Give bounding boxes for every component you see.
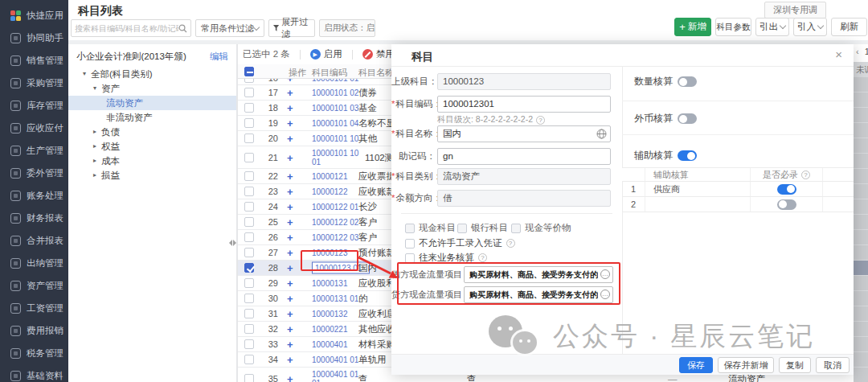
- sidebar-item-14[interactable]: 工资管理: [0, 297, 68, 319]
- add-child-icon[interactable]: +: [287, 201, 293, 213]
- tree-item-7[interactable]: ▸成本: [68, 154, 236, 168]
- row-checkbox[interactable]: [244, 339, 254, 349]
- add-child-icon[interactable]: +: [287, 170, 293, 183]
- tree-item-1[interactable]: ▾全部(科目类别): [68, 67, 236, 81]
- account-code-link[interactable]: 10000101 02: [312, 88, 365, 97]
- panel-splitter-handle[interactable]: [229, 240, 236, 246]
- auxiliary-toggle[interactable]: [678, 150, 697, 161]
- collapsed-arrow-icon[interactable]: ▸: [93, 154, 96, 168]
- account-code-link[interactable]: 10000101 10: [312, 134, 365, 143]
- account-code-link[interactable]: 10000122: [312, 187, 365, 196]
- sidebar-item-15[interactable]: 费用报销: [0, 319, 68, 342]
- add-child-icon[interactable]: +: [287, 151, 293, 163]
- row-checkbox[interactable]: [244, 202, 254, 212]
- edit-link[interactable]: 编辑: [210, 51, 228, 63]
- subject-params-button[interactable]: 科目参数: [715, 18, 751, 36]
- checkbox-icon[interactable]: [405, 224, 415, 233]
- sidebar-item-9[interactable]: 账务处理: [0, 184, 68, 207]
- debit-cashflow-field[interactable]: 购买原材料、商品、接受劳务支付的现金 …: [464, 266, 613, 283]
- help-icon[interactable]: ?: [536, 116, 545, 125]
- row-checkbox[interactable]: [244, 153, 254, 162]
- mnemonic-code-field[interactable]: gn: [437, 148, 611, 165]
- add-child-icon[interactable]: +: [287, 308, 293, 320]
- add-child-icon[interactable]: +: [287, 247, 293, 259]
- refresh-button[interactable]: 刷新: [831, 18, 867, 36]
- tree-item-5[interactable]: ▸负债: [68, 125, 236, 139]
- expanded-arrow-icon[interactable]: ▾: [83, 67, 86, 81]
- collapsed-arrow-icon[interactable]: ▸: [93, 125, 96, 139]
- add-child-icon[interactable]: +: [287, 133, 293, 145]
- account-code-link[interactable]: 10000132: [312, 310, 365, 318]
- sidebar-item-13[interactable]: 资产管理: [0, 274, 68, 297]
- row-checkbox[interactable]: [244, 278, 254, 288]
- account-code-field[interactable]: 1000012301: [437, 96, 611, 113]
- row-checkbox[interactable]: [244, 294, 254, 303]
- checkbox-icon[interactable]: [511, 224, 521, 233]
- tree-item-4[interactable]: 非流动资产: [68, 110, 236, 125]
- collapsed-arrow-icon[interactable]: ▸: [93, 168, 96, 183]
- account-code-link[interactable]: 10000101 04: [312, 119, 365, 128]
- checkbox-icon[interactable]: [405, 239, 415, 249]
- add-child-icon[interactable]: +: [287, 216, 293, 228]
- ellipsis-picker-icon[interactable]: …: [600, 290, 610, 299]
- help-icon[interactable]: ?: [478, 253, 487, 262]
- add-child-icon[interactable]: +: [287, 354, 293, 366]
- account-code-link[interactable]: 10000101 01: [312, 79, 365, 82]
- pagination-prev[interactable]: ‹: [856, 47, 859, 56]
- row-checkbox[interactable]: [244, 187, 254, 196]
- credit-cashflow-field[interactable]: 购买原材料、商品、接受劳务支付的现金 …: [464, 286, 613, 303]
- sidebar-item-16[interactable]: 税务管理: [0, 342, 68, 364]
- sidebar-item-2[interactable]: 协同助手: [0, 27, 68, 49]
- account-code-link[interactable]: 10000123: [312, 249, 365, 257]
- account-code-link[interactable]: 10000401 01 01: [312, 370, 365, 382]
- status-filter-tag[interactable]: 启用状态：启用 ×: [319, 19, 375, 37]
- enable-action[interactable]: ▶ 启用: [310, 48, 342, 60]
- row-checkbox[interactable]: [244, 263, 254, 273]
- row-checkbox[interactable]: [244, 79, 254, 83]
- tree-item-3[interactable]: 流动资产: [68, 96, 236, 110]
- disable-action[interactable]: 禁用: [362, 48, 395, 60]
- cancel-button[interactable]: 取消: [816, 357, 850, 373]
- search-box[interactable]: [71, 19, 191, 37]
- row-checkbox[interactable]: [244, 118, 254, 128]
- sidebar-item-11[interactable]: 合并报表: [0, 229, 68, 252]
- sidebar-item-1[interactable]: 快捷应用: [0, 4, 68, 27]
- row-checkbox[interactable]: [244, 171, 254, 181]
- add-child-icon[interactable]: +: [287, 102, 293, 114]
- row-checkbox[interactable]: [244, 217, 254, 227]
- add-child-icon[interactable]: +: [287, 339, 293, 351]
- sidebar-item-8[interactable]: 委外管理: [0, 162, 68, 184]
- sidebar-item-6[interactable]: 应收应付: [0, 117, 68, 139]
- globe-icon[interactable]: [596, 129, 607, 139]
- help-icon[interactable]: ?: [801, 170, 810, 179]
- sidebar-item-7[interactable]: 生产管理: [0, 139, 68, 162]
- expand-filter-button[interactable]: 展开过滤: [268, 19, 315, 37]
- tree-item-8[interactable]: ▸损益: [68, 168, 236, 183]
- row-checkbox[interactable]: [244, 133, 254, 143]
- row-checkbox[interactable]: [244, 232, 254, 242]
- checkbox-icon[interactable]: [457, 224, 467, 233]
- cash-equivalent-checkbox[interactable]: 现金等价物: [511, 222, 571, 234]
- account-code-link[interactable]: 10000401 01: [312, 355, 365, 364]
- foreign-currency-toggle[interactable]: [678, 113, 697, 124]
- account-name-field[interactable]: 国内: [437, 125, 611, 142]
- account-code-link[interactable]: 10000121: [312, 172, 365, 181]
- corner-tag-button[interactable]: 深圳专用调: [764, 2, 826, 18]
- aux-required-toggle[interactable]: [777, 199, 796, 210]
- add-child-icon[interactable]: +: [287, 87, 293, 99]
- export-button[interactable]: 引出: [755, 18, 789, 36]
- quantity-toggle[interactable]: [678, 76, 697, 87]
- row-checkbox[interactable]: [244, 374, 254, 382]
- collapsed-arrow-icon[interactable]: ▸: [93, 139, 96, 154]
- checkbox-icon[interactable]: [405, 253, 415, 263]
- ellipsis-picker-icon[interactable]: …: [600, 269, 610, 279]
- add-child-icon[interactable]: +: [287, 293, 293, 305]
- account-code-link[interactable]: 10000131 01: [312, 294, 365, 303]
- aux-required-toggle[interactable]: [777, 184, 796, 195]
- add-child-icon[interactable]: +: [287, 277, 293, 290]
- account-code-link[interactable]: 10000122 03: [312, 233, 365, 242]
- add-button[interactable]: + 新增: [674, 18, 711, 36]
- bank-subject-checkbox[interactable]: 银行科目: [457, 222, 508, 234]
- sidebar-item-10[interactable]: 财务报表: [0, 207, 68, 229]
- add-child-icon[interactable]: +: [287, 323, 293, 335]
